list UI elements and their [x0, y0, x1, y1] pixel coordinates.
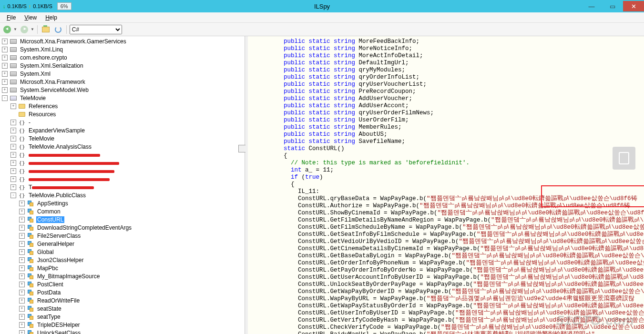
tree-label: TeleMovie [19, 95, 47, 101]
expander-icon[interactable]: + [2, 63, 8, 69]
tree-item[interactable]: +- [0, 118, 245, 126]
tree-item[interactable]: +PostClient [0, 280, 245, 288]
back-dropdown-icon[interactable]: ▼ [13, 27, 17, 31]
nav-forward-button[interactable] [19, 24, 30, 35]
tree-item[interactable]: +Microsoft.Xna.Framework [0, 78, 245, 86]
tree-item[interactable]: +com.eshore.crypto [0, 53, 245, 61]
expander-icon[interactable]: + [19, 273, 25, 279]
fwd-dropdown-icon[interactable]: ▼ [31, 27, 34, 31]
expander-icon[interactable]: + [19, 257, 25, 263]
tree-item[interactable]: +ConstURL [0, 215, 245, 223]
tree-item[interactable]: +ReadOrWriteFile [0, 296, 245, 304]
expander-icon[interactable]: + [19, 233, 25, 239]
tree-item[interactable]: +T [0, 183, 245, 191]
code-pane[interactable]: public static string MoreFeedBackInfo; p… [248, 36, 644, 334]
maximize-button[interactable]: ▭ [602, 1, 623, 11]
tree-item[interactable]: + [0, 167, 245, 175]
tree-item[interactable]: +AppSettings [0, 199, 245, 207]
expander-icon[interactable]: + [2, 47, 8, 52]
expander-icon[interactable]: + [10, 160, 16, 166]
menu-file[interactable]: File [3, 13, 20, 22]
tree-item[interactable]: + [0, 159, 245, 167]
expander-icon[interactable]: + [19, 217, 25, 223]
tree-item[interactable]: +System.Xml.Linq [0, 45, 245, 53]
nav-back-button[interactable] [2, 24, 12, 35]
tree-item[interactable]: + [0, 175, 245, 183]
expander-icon[interactable]: + [19, 209, 25, 214]
expander-icon[interactable]: + [2, 55, 8, 61]
tree-item[interactable]: -TeleMovie.PublicClass [0, 191, 245, 199]
tree-item[interactable]: +Global [0, 248, 245, 256]
tree-item[interactable]: +System.Xml [0, 70, 245, 78]
tree-item[interactable]: +My_BitmapImageSource [0, 272, 245, 280]
expander-icon[interactable]: + [19, 265, 25, 271]
ns-icon [18, 176, 26, 182]
tree-item[interactable]: +System.ServiceModel.Web [0, 86, 245, 94]
tree-item[interactable]: +TeleMovie [0, 134, 245, 142]
tree-item[interactable]: +Microsoft.Xna.Framework.GamerServices [0, 37, 245, 45]
tree-label: File2ServerClass [36, 233, 82, 239]
expander-icon[interactable]: + [10, 152, 16, 158]
tree-item[interactable]: -TeleMovie [0, 94, 245, 102]
tree-item[interactable]: +TripleDESHelper [0, 321, 245, 329]
menu-view[interactable]: View [20, 13, 41, 22]
menu-help[interactable]: Help [41, 13, 61, 22]
tree-item[interactable]: +ExpanderViewSample [0, 126, 245, 134]
tree-item[interactable]: +References [0, 102, 245, 110]
tree-item[interactable]: +DownloadStringCompletedEventArgs [0, 223, 245, 232]
expander-icon[interactable]: + [2, 87, 8, 93]
language-select[interactable]: C# [70, 25, 122, 34]
expander-icon[interactable]: + [10, 168, 16, 174]
tree-label [28, 176, 111, 182]
expander-icon[interactable]: + [10, 128, 16, 133]
close-button[interactable]: ✕ [623, 1, 644, 11]
expander-icon[interactable]: + [19, 201, 25, 206]
expander-icon[interactable]: + [19, 225, 25, 231]
expander-icon[interactable]: + [2, 39, 8, 44]
expander-icon[interactable]: + [10, 120, 16, 125]
tree-item[interactable]: +Common [0, 207, 245, 215]
expander-icon[interactable]: + [10, 184, 16, 190]
expander-icon[interactable]: + [19, 330, 25, 334]
expander-icon[interactable]: + [10, 144, 16, 150]
expander-icon[interactable]: + [19, 298, 25, 304]
expander-icon[interactable]: + [19, 241, 25, 247]
tree-item[interactable]: +GeneralHelper [0, 240, 245, 248]
tree-label: AppSettings [36, 200, 69, 207]
open-button[interactable] [41, 24, 51, 35]
toolbar: ▼ ▼ C# [0, 23, 644, 36]
expander-icon[interactable]: + [19, 249, 25, 255]
expander-icon[interactable]: + [19, 290, 25, 295]
class-icon [27, 273, 34, 280]
expander-icon[interactable]: + [2, 79, 8, 85]
refresh-button[interactable] [53, 24, 63, 35]
tree-item[interactable]: +seatState [0, 304, 245, 313]
tree-item[interactable]: +File2ServerClass [0, 232, 245, 240]
expander-icon[interactable]: + [10, 136, 16, 142]
tree-item[interactable]: +UnlockSeatClass [0, 329, 245, 334]
expander-icon[interactable]: - [10, 192, 16, 198]
tree-item[interactable]: +PostData [0, 288, 245, 296]
expander-icon[interactable]: + [10, 103, 16, 109]
tree-pane[interactable]: +Microsoft.Xna.Framework.GamerServices+S… [0, 36, 245, 334]
asm-icon [10, 46, 17, 53]
tree-item[interactable]: +seatType [0, 313, 245, 321]
expander-icon[interactable]: - [2, 95, 8, 101]
tree-item[interactable]: + [0, 151, 245, 159]
class-icon [27, 224, 34, 231]
tree-item[interactable]: Resources [0, 110, 245, 118]
ns-icon [18, 168, 26, 174]
tree-item[interactable]: +MapPbc [0, 264, 245, 272]
tree-label: Common [36, 208, 61, 215]
expander-icon[interactable]: + [10, 176, 16, 182]
expander-icon[interactable] [10, 111, 16, 117]
expander-icon[interactable]: + [19, 282, 25, 287]
tree-item[interactable]: +Json2ClassHelper [0, 256, 245, 264]
tree-item[interactable]: +System.Xml.Serialization [0, 61, 245, 70]
minimize-button[interactable]: — [581, 1, 602, 11]
expander-icon[interactable]: + [19, 314, 25, 320]
expander-icon[interactable]: + [2, 71, 8, 77]
tree-item[interactable]: +TeleMovie.AnalysisClass [0, 142, 245, 151]
expander-icon[interactable]: + [19, 322, 25, 328]
expander-icon[interactable]: + [19, 306, 25, 312]
